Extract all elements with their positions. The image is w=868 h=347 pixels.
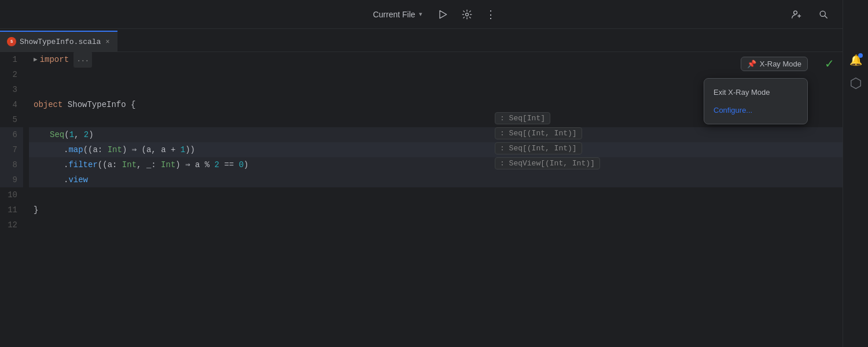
code-line-10	[29, 187, 843, 202]
more-options-button[interactable]: ⋮	[483, 6, 500, 23]
svg-point-3	[820, 11, 825, 16]
keyword-import: import	[40, 52, 69, 67]
pin-icon: 📌	[747, 60, 756, 68]
right-sidebar: 🔔	[843, 0, 868, 347]
add-user-icon	[791, 9, 803, 20]
run-button[interactable]	[434, 6, 451, 23]
code-line-7: . map (( a : Int ) ⇒ ( a , a + 1 ))	[29, 142, 843, 157]
run-icon	[437, 9, 448, 20]
svg-marker-5	[851, 78, 860, 88]
notification-badge-dot	[858, 53, 863, 58]
svg-point-1	[465, 13, 468, 16]
code-line-8: . filter (( a : Int , _ : Int ) ⇒ a % 2 …	[29, 157, 843, 172]
import-space	[69, 52, 73, 67]
line-numbers: 1 2 3 4 5 6 7 8 9 10 11 12	[0, 52, 29, 347]
more-icon: ⋮	[486, 8, 496, 21]
search-icon	[818, 9, 829, 20]
fn-map: map	[68, 142, 83, 157]
plugins-button[interactable]	[848, 75, 864, 91]
exit-xray-item[interactable]: Exit X-Ray Mode	[704, 83, 807, 101]
code-line-11: }	[29, 202, 843, 217]
file-tab[interactable]: S ShowTypeInfo.scala ×	[0, 31, 117, 51]
toolbar-center: Current File ▾ ⋮	[368, 6, 499, 23]
debug-button[interactable]	[458, 6, 476, 23]
xray-label: X-Ray Mode	[760, 60, 801, 68]
code-line-9: . view	[29, 172, 843, 187]
xray-dropdown-menu: Exit X-Ray Mode Configure...	[704, 78, 808, 124]
current-file-label: Current File	[373, 10, 415, 19]
debug-icon	[461, 9, 473, 20]
current-file-button[interactable]: Current File ▾	[368, 8, 426, 21]
search-button[interactable]	[815, 6, 832, 23]
tab-close-button[interactable]: ×	[104, 37, 111, 46]
keyword-object: object	[34, 97, 62, 112]
fn-view: view	[68, 172, 88, 187]
chevron-down-icon: ▾	[419, 10, 422, 18]
code-area: ▶ import ... object ShowTypeInfo { Seq	[29, 52, 843, 347]
add-user-button[interactable]	[788, 6, 806, 23]
hexagon-icon	[849, 77, 862, 90]
tab-bar: S ShowTypeInfo.scala × ⋮	[0, 29, 868, 52]
configure-item[interactable]: Configure...	[704, 101, 807, 119]
svg-marker-0	[440, 10, 447, 18]
num-1: 1	[69, 127, 74, 142]
editor-container: 1 2 3 4 5 6 7 8 9 10 11 12 ▶ import ...	[0, 52, 843, 347]
code-line-12	[29, 217, 843, 232]
xray-mode-button[interactable]: 📌 X-Ray Mode	[741, 57, 808, 71]
tab-filename: ShowTypeInfo.scala	[20, 38, 101, 46]
code-line-1: ▶ import ...	[29, 52, 843, 67]
code-line-6: Seq ( 1 , 2 )	[29, 127, 843, 142]
scala-file-icon: S	[7, 37, 16, 46]
class-name: ShowTypeInfo	[68, 97, 126, 112]
collapse-arrow-1[interactable]: ▶	[34, 52, 38, 67]
check-icon: ✓	[825, 57, 834, 70]
seq-type: Seq	[50, 127, 64, 142]
notifications-button[interactable]: 🔔	[848, 52, 864, 68]
num-2: 2	[84, 127, 89, 142]
toolbar: Current File ▾ ⋮	[0, 0, 868, 29]
svg-point-2	[794, 10, 797, 14]
import-ellipsis: ...	[73, 52, 92, 68]
fn-filter: filter	[68, 157, 97, 172]
checkmark-button[interactable]: ✓	[825, 57, 834, 71]
